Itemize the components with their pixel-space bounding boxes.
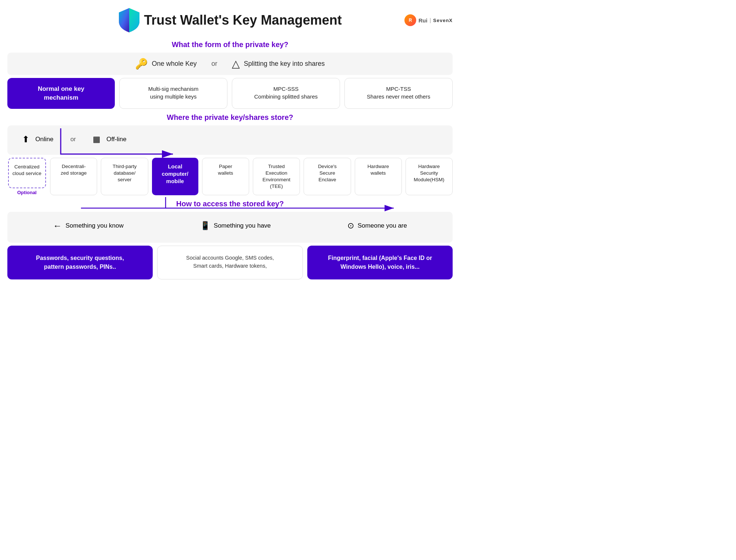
- storage-card-tee: TrustedExecutionEnvironment(TEE): [253, 158, 300, 196]
- storage-card-local: Localcomputer/mobile: [152, 158, 198, 196]
- card-mpc-tss: MPC-TSSShares never meet others: [344, 78, 453, 109]
- auth-card-biometric: Fingerprint, facial (Apple's Face ID orW…: [307, 246, 453, 279]
- key-type-whole-label: One whole Key: [152, 60, 197, 68]
- centralized-label: Centralizedcloud service: [13, 164, 42, 176]
- auth-row: Passwords, security questions,pattern pa…: [7, 246, 453, 279]
- auth-card-social: Social accounts Google, SMS codes,Smart …: [157, 246, 303, 279]
- header-logo: Trust Wallet's Key Management: [118, 7, 342, 33]
- key-type-or: or: [211, 60, 217, 68]
- key-type-whole: 🔑 One whole Key: [135, 58, 197, 70]
- page-title: Trust Wallet's Key Management: [144, 13, 342, 28]
- online-label: Online: [35, 136, 53, 143]
- card-normal: Normal one keymechanism: [7, 78, 115, 109]
- storage-type-row: ⬆ Online or ▦ Off-line: [7, 125, 453, 155]
- are-icon: ⊙: [347, 221, 354, 231]
- optional-label: Optional: [17, 190, 37, 195]
- card-mpc-sss-label: MPC-SSSCombining splitted shares: [254, 86, 318, 100]
- hsm-label: HardwareSecurityModule(HSM): [414, 164, 444, 182]
- shield-icon: [118, 7, 140, 33]
- online-icon: ⬆: [22, 134, 29, 145]
- store-label: Where the private key/shares store?: [7, 113, 453, 122]
- card-mpc-sss: MPC-SSSCombining splitted shares: [232, 78, 340, 109]
- tee-label: TrustedExecutionEnvironment(TEE): [262, 164, 290, 189]
- have-label: Something you have: [214, 222, 271, 229]
- split-icon: △: [232, 58, 240, 70]
- storage-card-centralized: Centralizedcloud service: [8, 158, 46, 189]
- auth-card-passwords: Passwords, security questions,pattern pa…: [7, 246, 153, 279]
- offline-icon: ▦: [93, 135, 100, 144]
- brand-logo: SevenX: [433, 18, 453, 23]
- access-know: ← Something you know: [53, 221, 124, 231]
- social-label: Social accounts Google, SMS codes,Smart …: [186, 255, 274, 269]
- access-are: ⊙ Someone you are: [347, 221, 407, 231]
- key-icon: 🔑: [135, 58, 148, 70]
- card-multisig: Multi-sig mechanismusing multiple keys: [119, 78, 227, 109]
- storage-card-decentralized: Decentrali-zed storage: [50, 158, 97, 196]
- key-type-split: △ Splitting the key into shares: [232, 58, 325, 70]
- access-have: 📱 Something you have: [200, 221, 271, 231]
- key-form-label: What the form of the private key?: [7, 40, 453, 49]
- brand-section: R Rui | SevenX: [404, 14, 453, 26]
- header: Trust Wallet's Key Management R Rui | Se…: [7, 7, 453, 33]
- access-type-row: ← Something you know 📱 Something you hav…: [7, 212, 453, 243]
- key-type-row: 🔑 One whole Key or △ Splitting the key i…: [7, 53, 453, 75]
- storage-card-hsm: HardwareSecurityModule(HSM): [406, 158, 453, 196]
- storage-card-hw-wallets: Hardwarewallets: [355, 158, 402, 196]
- brand-separator: |: [429, 17, 431, 23]
- card-mpc-tss-label: MPC-TSSShares never meet others: [367, 86, 431, 100]
- storage-cards: Centralizedcloud service Optional Decent…: [7, 158, 453, 196]
- storage-card-third-party: Third-partydatabase/server: [101, 158, 148, 196]
- are-label: Someone you are: [358, 222, 407, 229]
- storage-section: Centralizedcloud service Optional Decent…: [7, 158, 453, 196]
- storage-card-paper: Paperwallets: [202, 158, 249, 196]
- brand-name: Rui: [418, 17, 427, 24]
- passwords-label: Passwords, security questions,pattern pa…: [36, 255, 124, 270]
- offline-label: Off-line: [106, 136, 127, 143]
- biometric-label: Fingerprint, facial (Apple's Face ID orW…: [328, 255, 432, 270]
- know-icon: ←: [53, 221, 62, 231]
- storage-card-secure-enclave: Device'sSecureEnclave: [304, 158, 351, 196]
- card-normal-label: Normal one keymechanism: [38, 85, 85, 101]
- know-label: Something you know: [66, 222, 124, 229]
- mechanism-row: Normal one keymechanism Multi-sig mechan…: [7, 78, 453, 109]
- local-label: Localcomputer/mobile: [162, 163, 189, 185]
- secure-enclave-label: Device'sSecureEnclave: [318, 164, 337, 182]
- card-multisig-label: Multi-sig mechanismusing multiple keys: [148, 86, 199, 100]
- access-label: How to access the stored key?: [7, 200, 453, 208]
- key-type-split-label: Splitting the key into shares: [244, 60, 325, 68]
- third-party-label: Third-partydatabase/server: [113, 164, 137, 182]
- paper-label: Paperwallets: [218, 164, 233, 176]
- decentralized-label: Decentrali-zed storage: [61, 164, 87, 176]
- have-icon: 📱: [200, 221, 210, 231]
- hw-wallets-label: Hardwarewallets: [367, 164, 389, 176]
- storage-or: or: [70, 136, 76, 143]
- brand-avatar: R: [404, 14, 416, 26]
